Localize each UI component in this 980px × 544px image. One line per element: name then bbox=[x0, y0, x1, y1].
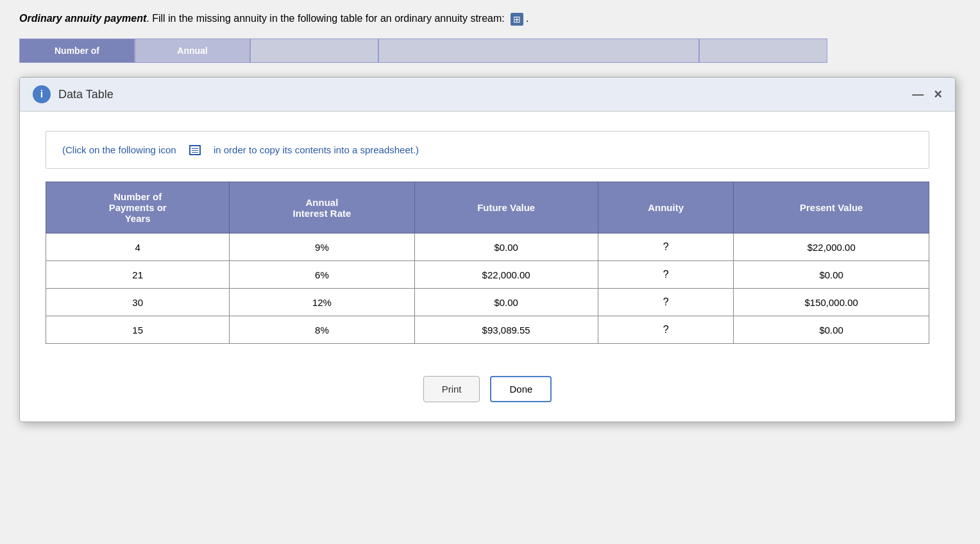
data-table: Number ofPayments orYears AnnualInterest… bbox=[46, 182, 929, 344]
col-header-pv: Present Value bbox=[734, 182, 929, 234]
click-note: (Click on the following icon in order to… bbox=[46, 131, 929, 169]
cell-annuity-2: ? bbox=[598, 289, 734, 316]
cell-payments-2: 30 bbox=[46, 289, 230, 316]
cell-fv-2: $0.00 bbox=[414, 289, 598, 316]
col-header-payments: Number ofPayments orYears bbox=[46, 182, 230, 234]
grid-icon[interactable] bbox=[511, 13, 523, 26]
table-header-row: Number ofPayments orYears AnnualInterest… bbox=[46, 182, 929, 234]
cell-payments-0: 4 bbox=[46, 234, 230, 261]
table-row: 30 12% $0.00 ? $150,000.00 bbox=[46, 289, 929, 316]
cell-rate-0: 9% bbox=[230, 234, 414, 261]
cell-fv-1: $22,000.00 bbox=[414, 261, 598, 289]
background-page: Ordinary annuity payment. Fill in the mi… bbox=[0, 0, 980, 76]
modal-header-left: i Data Table bbox=[33, 85, 114, 103]
bg-col-3 bbox=[250, 38, 378, 63]
cell-fv-3: $93,089.55 bbox=[414, 316, 598, 344]
table-row: 21 6% $22,000.00 ? $0.00 bbox=[46, 261, 929, 289]
done-button[interactable]: Done bbox=[490, 376, 552, 402]
spreadsheet-copy-icon[interactable] bbox=[189, 145, 201, 155]
col-header-rate: AnnualInterest Rate bbox=[230, 182, 414, 234]
cell-annuity-1: ? bbox=[598, 261, 734, 289]
modal-header: i Data Table — × bbox=[20, 78, 955, 112]
cell-payments-3: 15 bbox=[46, 316, 230, 344]
close-button[interactable]: × bbox=[934, 86, 942, 103]
cell-annuity-0: ? bbox=[598, 234, 734, 261]
modal-controls: — × bbox=[912, 86, 942, 103]
col-header-annuity: Annuity bbox=[598, 182, 734, 234]
cell-pv-1: $0.00 bbox=[734, 261, 929, 289]
title-italic: Ordinary annuity payment bbox=[19, 13, 146, 24]
print-button[interactable]: Print bbox=[423, 376, 480, 402]
cell-fv-0: $0.00 bbox=[414, 234, 598, 261]
minimize-button[interactable]: — bbox=[912, 88, 924, 101]
cell-rate-1: 6% bbox=[230, 261, 414, 289]
modal-body: (Click on the following icon in order to… bbox=[20, 112, 955, 363]
cell-pv-3: $0.00 bbox=[734, 316, 929, 344]
page-title: Ordinary annuity payment. Fill in the mi… bbox=[19, 13, 961, 26]
bg-col-2: Annual bbox=[135, 38, 250, 63]
cell-annuity-3: ? bbox=[598, 316, 734, 344]
cell-pv-0: $22,000.00 bbox=[734, 234, 929, 261]
table-row: 4 9% $0.00 ? $22,000.00 bbox=[46, 234, 929, 261]
cell-pv-2: $150,000.00 bbox=[734, 289, 929, 316]
table-row: 15 8% $93,089.55 ? $0.00 bbox=[46, 316, 929, 344]
info-icon: i bbox=[33, 85, 51, 103]
modal-footer: Print Done bbox=[20, 363, 955, 421]
col-header-fv: Future Value bbox=[414, 182, 598, 234]
bg-col-1: Number of bbox=[19, 38, 135, 63]
bg-col-4 bbox=[378, 38, 699, 63]
bg-table-header: Number of Annual bbox=[19, 38, 961, 63]
modal-title: Data Table bbox=[58, 88, 114, 101]
cell-payments-1: 21 bbox=[46, 261, 230, 289]
bg-col-5 bbox=[699, 38, 827, 63]
cell-rate-3: 8% bbox=[230, 316, 414, 344]
cell-rate-2: 12% bbox=[230, 289, 414, 316]
data-table-modal: i Data Table — × (Click on the following… bbox=[19, 77, 956, 422]
